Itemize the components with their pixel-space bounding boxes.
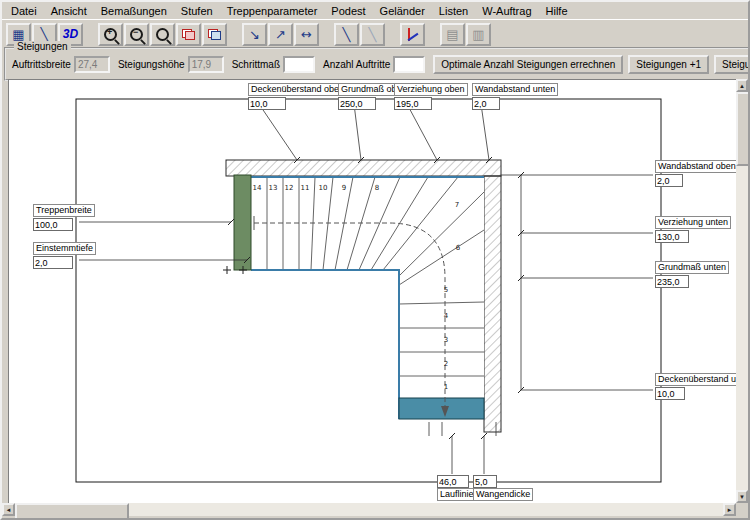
step-number: 5 <box>444 286 448 294</box>
zoom-window-button[interactable] <box>150 23 175 46</box>
dim-verziehung-oben: Verziehung oben <box>394 83 468 110</box>
menu-item-stufen[interactable]: Stufen <box>174 4 220 18</box>
magnifier-plus-icon: + <box>104 28 117 41</box>
dim-wandabstand-oben: Wandabstand oben <box>655 160 739 187</box>
step-number: 7 <box>455 201 459 209</box>
stair-treads <box>251 176 484 419</box>
wandabstand-oben-input[interactable] <box>655 174 683 187</box>
app-window: Datei Ansicht Bemaßungen Stufen Treppenp… <box>0 0 750 520</box>
export-table-icon: ▥ <box>472 28 484 41</box>
dim-deckenueberstand-oben: Deckenüberstand oben <box>248 83 347 110</box>
grundmass-unten-input[interactable] <box>655 275 689 288</box>
section-line-icon: ╲ <box>41 28 49 41</box>
scroll-left-button[interactable]: ◄ <box>2 503 15 516</box>
step-number: 11 <box>301 184 310 192</box>
step-number: 10 <box>319 184 328 192</box>
start-step-green <box>234 175 251 270</box>
wangendicke-input[interactable] <box>473 475 497 488</box>
treppenbreite-label: Treppenbreite <box>33 204 95 217</box>
zoom-in-button[interactable]: + <box>98 23 123 46</box>
dim-grundmass-unten: Grundmaß unten <box>655 261 729 288</box>
optimale-steigungen-button[interactable]: Optimale Anzahl Steigungen errechnen <box>433 55 623 74</box>
deckenueberstand-oben-input[interactable] <box>248 97 286 110</box>
grundmass-unten-label: Grundmaß unten <box>655 261 729 274</box>
step-number: 4 <box>444 312 449 320</box>
scrollbar-corner <box>736 503 748 516</box>
arrow-down-right-icon: ↘ <box>249 28 260 41</box>
verziehung-oben-input[interactable] <box>394 97 432 110</box>
steigungen-panel: Steigungen Auftrittsbreite Steigungshöhe… <box>4 47 750 81</box>
wandabstand-oben-label: Wandabstand oben <box>655 160 739 173</box>
deckenueberstand-oben-label: Deckenüberstand oben <box>248 83 347 96</box>
zoom-previous-icon <box>182 29 195 40</box>
draw-line-light-button[interactable]: ╲ <box>360 23 385 46</box>
auftrittsbreite-input <box>74 56 110 73</box>
panel-title: Steigungen <box>14 41 71 52</box>
step-number: 1 <box>444 383 448 391</box>
magnifier-minus-icon: − <box>130 28 143 41</box>
dimension-diagonal-2-button[interactable]: ↗ <box>268 23 293 46</box>
wangendicke-label: Wangendicke <box>473 488 533 501</box>
menu-item-listen[interactable]: Listen <box>432 4 475 18</box>
step-number: 2 <box>444 360 448 368</box>
steigungen-plus-button[interactable]: Steigungen +1 <box>628 55 709 74</box>
step-number: 14 <box>253 184 262 192</box>
zoom-previous-button[interactable] <box>176 23 201 46</box>
menu-item-hilfe[interactable]: Hilfe <box>539 4 575 18</box>
auftrittsbreite-label: Auftrittsbreite <box>12 59 71 70</box>
steigungshoehe-input <box>188 56 224 73</box>
zoom-all-icon <box>208 29 221 40</box>
menu-item-datei[interactable]: Datei <box>4 4 44 18</box>
steigungshoehe-label: Steigungshöhe <box>118 59 185 70</box>
einstemmtiefe-label: Einstemmtiefe <box>33 242 96 255</box>
end-step-blue <box>399 398 484 419</box>
menu-item-treppenparameter[interactable]: Treppenparameter <box>220 4 325 18</box>
horizontal-scrollbar[interactable]: ◄ ► <box>2 503 736 516</box>
menu-item-podest[interactable]: Podest <box>324 4 372 18</box>
steigungen-minus-button[interactable]: Steigungen -1 <box>714 55 750 74</box>
measure-button[interactable] <box>400 23 425 46</box>
stair-plan-drawing: 14 13 12 11 10 9 8 7 6 5 4 3 2 1 <box>9 80 737 504</box>
scroll-down-button[interactable]: ▼ <box>736 490 748 503</box>
deckenueberstand-unten-input[interactable] <box>655 387 685 400</box>
verziehung-oben-label: Verziehung oben <box>394 83 468 96</box>
arrow-up-right-icon: ↗ <box>275 28 286 41</box>
treppenbreite-input[interactable] <box>33 218 73 231</box>
zoom-all-button[interactable] <box>202 23 227 46</box>
grundmass-oben-input[interactable] <box>338 97 376 110</box>
dim-verziehung-unten: Verziehung unten <box>655 216 731 243</box>
vertical-scrollbar[interactable]: ▲ ▼ <box>736 79 748 503</box>
step-number: 12 <box>285 184 294 192</box>
verziehung-unten-label: Verziehung unten <box>655 216 731 229</box>
export-button[interactable]: ▥ <box>466 23 491 46</box>
dim-wangendicke: Wangendicke <box>473 474 533 501</box>
wandabstand-unten-label: Wandabstand unten <box>472 83 558 96</box>
diagonal-line-light-icon: ╲ <box>369 28 377 41</box>
menu-item-ansicht[interactable]: Ansicht <box>44 4 94 18</box>
draw-line-button[interactable]: ╲ <box>334 23 359 46</box>
einstemmtiefe-input[interactable] <box>33 256 73 269</box>
anzahl-auftritte-input[interactable] <box>393 56 425 73</box>
step-number: 6 <box>456 244 461 252</box>
lauflinienabstand-input[interactable] <box>437 475 469 488</box>
vertical-scroll-thumb[interactable] <box>736 92 750 166</box>
wandabstand-unten-input[interactable] <box>472 97 500 110</box>
dimension-horizontal-button[interactable]: ↔ <box>294 23 319 46</box>
scroll-up-button[interactable]: ▲ <box>736 79 748 92</box>
anzahl-auftritte-label: Anzahl Auftritte <box>323 59 390 70</box>
scroll-right-button[interactable]: ► <box>723 503 736 516</box>
stair-list-button[interactable]: ▤ <box>440 23 465 46</box>
list-table-icon: ▤ <box>446 28 458 41</box>
verziehung-unten-input[interactable] <box>655 230 689 243</box>
menu-item-gelaender[interactable]: Geländer <box>373 4 432 18</box>
menu-item-bemassungen[interactable]: Bemaßungen <box>94 4 174 18</box>
menu-item-w-auftrag[interactable]: W-Auftrag <box>475 4 538 18</box>
step-number: 3 <box>444 336 448 344</box>
zoom-out-button[interactable]: − <box>124 23 149 46</box>
dimension-diagonal-1-button[interactable]: ↘ <box>242 23 267 46</box>
horizontal-scroll-thumb[interactable] <box>15 503 129 520</box>
step-number: 9 <box>342 184 346 192</box>
magnifier-icon <box>156 28 169 41</box>
drawing-canvas[interactable]: 14 13 12 11 10 9 8 7 6 5 4 3 2 1 <box>8 79 737 504</box>
schrittmass-input[interactable] <box>283 56 315 73</box>
